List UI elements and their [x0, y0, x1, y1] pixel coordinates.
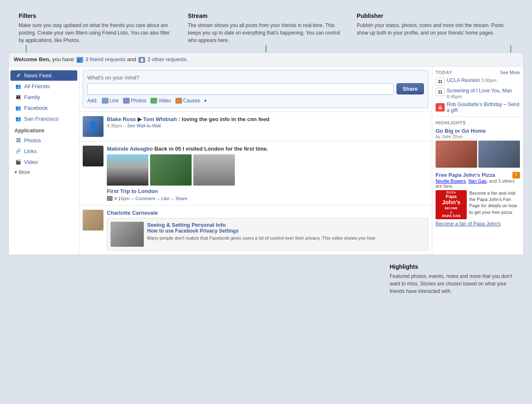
shared-title[interactable]: Seeing & Setting Personal Info	[147, 222, 375, 228]
post2-author[interactable]: Makinde Adeagbo	[107, 146, 153, 152]
pj-ad-box: PIZZA Papa John's BECOME A PAPA FAN Beco…	[436, 190, 520, 219]
post1-wall-link[interactable]: See Wall-to-Wall	[127, 123, 161, 128]
highlights-annotation-desc: Featured photos, events, notes and more …	[390, 273, 514, 295]
post2-img2	[150, 154, 192, 186]
video-add-icon	[150, 98, 157, 104]
welcome-text: Welcome Ben,	[14, 56, 51, 62]
sidebar-label-news-feed: News Feed	[24, 72, 52, 79]
event2-name[interactable]: Screening of I Love You, Man	[447, 88, 512, 94]
event1-date: 31	[436, 77, 445, 86]
highlights-annotation-title: Highlights	[390, 263, 514, 270]
post2-avatar	[83, 146, 103, 166]
sidebar-item-news-feed[interactable]: 🗞 News Feed	[10, 70, 77, 81]
stream-area: What's on your mind? Share Add: Link	[79, 67, 432, 255]
pj-desc: Become a fan and visit the Papa John's F…	[469, 190, 520, 216]
pj-title[interactable]: Free Papa John's Pizza	[436, 172, 495, 178]
birthday-name[interactable]: Rob Goodlatte's Birthday	[447, 102, 502, 107]
add-video[interactable]: Video	[150, 98, 171, 104]
post1-text: : loving the geo info in the cnn feed	[178, 116, 269, 122]
post3-body: Charlotte Carnevale Seeing & Setting Per…	[107, 210, 429, 250]
pj-papa-text: Papa	[446, 194, 456, 199]
filters-pointer-line	[26, 45, 27, 52]
sidebar-item-family[interactable]: 👨‍👩‍👧 Family	[10, 92, 77, 102]
post3-title: Charlotte Carnevale	[107, 210, 429, 216]
publisher-desc: Publish your status, photos, notes and m…	[357, 22, 513, 37]
post1-recipient[interactable]: Tom Whitnah	[143, 116, 177, 122]
post2-link-title[interactable]: First Trip to London	[107, 188, 429, 194]
status-input[interactable]	[87, 83, 394, 95]
add-photos[interactable]: Photos	[123, 98, 146, 104]
post1-avatar	[83, 116, 103, 137]
sidebar-item-all-friends[interactable]: 👥 All Friends	[10, 81, 77, 92]
add-causes[interactable]: Causes	[175, 98, 200, 104]
publisher-title: Publisher	[357, 12, 513, 19]
pj-fan2[interactable]: Nan Gao	[468, 178, 487, 183]
post2-body: Makinde Adeagbo Back in 05 I visited Lon…	[107, 146, 429, 201]
sidebar-label-photos: Photos	[24, 137, 41, 144]
post-item: Charlotte Carnevale Seeing & Setting Per…	[79, 205, 432, 255]
birthday-icon: 🎂	[436, 103, 445, 112]
birthday-sep: –	[503, 102, 507, 107]
causes-chevron[interactable]: ▾	[204, 98, 207, 104]
post2-img1	[107, 154, 148, 186]
sidebar: 🗞 News Feed 👥 All Friends 👨‍👩‍👧 Family 👥…	[9, 67, 79, 255]
post1-title: Blake Ross ▶ Tom Whitnah : loving the ge…	[107, 116, 429, 122]
sidebar-label-all-friends: All Friends	[24, 83, 49, 89]
top-annotations: Filters Make sure you stay updated on wh…	[8, 8, 524, 48]
shared-desc: Many people don't realize that Facebook …	[147, 235, 375, 241]
sidebar-item-facebook[interactable]: 👥 Facebook	[10, 103, 77, 113]
post1-author[interactable]: Blake Ross	[107, 116, 136, 122]
post2-comment[interactable]: Comment	[135, 196, 155, 201]
pj-ad-text: Become a fan and visit the Papa John's F…	[469, 190, 520, 216]
event2-date: 31	[436, 88, 445, 96]
today-label: TODAY	[436, 70, 452, 75]
papa-johns-logo: PIZZA Papa John's BECOME A PAPA FAN	[436, 190, 467, 219]
other-requests-link[interactable]: 2 other requests.	[148, 56, 188, 62]
post2-share[interactable]: Share	[175, 196, 187, 201]
post2-text: Back in 05 I visited London for the firs…	[154, 146, 268, 152]
highlights-annotation: Highlights Featured photos, events, note…	[384, 259, 520, 299]
sidebar-item-san-francisco[interactable]: 👥 San Francisco	[10, 114, 77, 124]
highlight1-img1	[436, 141, 477, 168]
all-friends-icon: 👥	[15, 83, 22, 89]
causes-add-icon	[175, 98, 182, 104]
sidebar-item-links[interactable]: 🔗 Links	[10, 146, 77, 156]
news-feed-icon: 🗞	[15, 72, 22, 78]
add-link[interactable]: Link	[102, 98, 119, 104]
stream-title: Stream	[188, 12, 345, 19]
pj-become-fan-link[interactable]: Become a fan of Papa John's	[436, 221, 520, 227]
sidebar-item-video[interactable]: 🎬 Video	[10, 157, 77, 167]
share-button[interactable]: Share	[397, 83, 424, 94]
pj-fan1[interactable]: Neville Bowers	[436, 178, 466, 183]
welcome-prefix: you have	[52, 56, 75, 62]
post2-like[interactable]: Like	[161, 196, 170, 201]
shared-subtitle[interactable]: How to use Facebook Privacy Settings	[147, 228, 375, 234]
sidebar-more[interactable]: ▾ More	[9, 168, 79, 177]
post1-meta: 4:30pm – See Wall-to-Wall	[107, 123, 429, 128]
post2-title: Makinde Adeagbo Back in 05 I visited Lon…	[107, 146, 429, 152]
today-divider	[436, 116, 520, 117]
facebook-icon: 👥	[15, 105, 22, 111]
highlight1-img2	[478, 141, 520, 168]
friend-requests-link[interactable]: 3 friend requests	[85, 56, 126, 62]
applications-section-label: Applications	[9, 124, 79, 135]
link-add-icon	[102, 98, 108, 104]
annotation-wrapper: Welcome Ben, you have 👥 3 friend request…	[8, 52, 524, 255]
family-icon: 👨‍👩‍👧	[15, 94, 22, 100]
post1-time: 4:30pm	[107, 123, 122, 128]
more-chevron-icon: ▾	[15, 169, 17, 175]
sidebar-item-photos[interactable]: 🖼 Photos	[10, 135, 77, 146]
bottom-annotations: Highlights Featured photos, events, note…	[8, 259, 524, 299]
publisher-pointer-line	[510, 45, 511, 52]
main-layout: 🗞 News Feed 👥 All Friends 👨‍👩‍👧 Family 👥…	[9, 67, 523, 255]
sidebar-label-facebook: Facebook	[24, 105, 48, 111]
and-text: and	[127, 56, 138, 62]
pj-fans: Neville Bowers, Nan Gao, and 3 others ar…	[436, 178, 520, 188]
post3-shared: Seeing & Setting Personal Info How to us…	[107, 218, 429, 250]
see-more-link[interactable]: See More	[500, 70, 520, 75]
pj-header: Free Papa John's Pizza 🍕	[436, 172, 520, 178]
event1-name[interactable]: UCLA Reunion	[447, 77, 480, 83]
highlight1-title[interactable]: Go Big or Go Home	[436, 128, 520, 134]
post3-author[interactable]: Charlotte Carnevale	[107, 210, 158, 216]
facebook-ui: Welcome Ben, you have 👥 3 friend request…	[8, 52, 524, 255]
